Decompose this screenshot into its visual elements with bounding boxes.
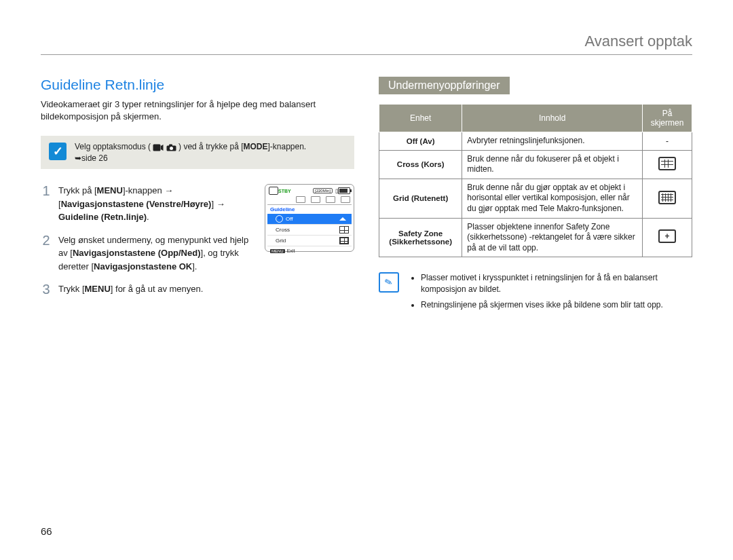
submenu-heading: Undermenyoppføringer	[379, 77, 510, 94]
option-name: Off (Av)	[379, 132, 462, 151]
battery-icon	[338, 187, 350, 194]
mini-icon	[341, 196, 350, 203]
grid-mini-icon	[339, 237, 349, 244]
table-row: Safety Zone (Sikkerhetssone) Plasser obj…	[379, 218, 692, 257]
mode-button-label: MODE	[243, 142, 267, 151]
prerequisite-note: Velg opptaksmodus ( ) ved å trykke på [M…	[41, 136, 354, 169]
left-column: Guideline Retn.linje Videokameraet gir 3…	[41, 77, 354, 315]
lcd-icons-row	[267, 196, 352, 204]
right-column: Undermenyoppføringer Enhet Innhold På sk…	[379, 77, 692, 315]
chapter-title: Avansert opptak	[41, 33, 692, 54]
step-1: 1 Trykk på [MENU]-knappen → [Navigasjons…	[41, 184, 258, 224]
radio-checked-icon	[276, 215, 283, 223]
exit-label: Exit	[287, 248, 295, 253]
note-part: ) ved å trykke på [	[178, 142, 243, 151]
manual-page: Avansert opptak Guideline Retn.linje Vid…	[0, 0, 733, 560]
t: ].	[192, 261, 197, 272]
nav-keys-label: Navigasjonstastene (Opp/Ned)	[73, 248, 201, 258]
step-number: 1	[41, 184, 52, 224]
menu-label: MENU	[97, 185, 123, 195]
page-header: Avansert opptak	[41, 33, 692, 55]
page-number: 66	[41, 525, 52, 537]
stby-label: STBY	[278, 189, 291, 193]
note-item: Retningslinjene på skjermen vises ikke p…	[421, 299, 692, 311]
pencil-note-icon: ✎	[379, 272, 399, 293]
th-unit: Enhet	[379, 105, 462, 132]
option-icon-cell: -	[643, 132, 692, 151]
t: ] for å gå ut av menyen.	[111, 284, 204, 294]
remaining-time: [220Min]	[313, 188, 333, 193]
lcd-screenshot: STBY [220Min] ▯ Guideline	[265, 184, 354, 252]
svg-point-3	[170, 147, 173, 150]
lcd-item-label: Cross	[276, 227, 290, 233]
header-rule	[41, 54, 692, 55]
step-text: Velg ønsket undermeny, og menypunkt ved …	[58, 234, 258, 274]
notes-block: ✎ Plasser motivet i krysspunktet i retni…	[379, 272, 692, 314]
nav-keys-label: Navigasjonstastene (Venstre/Høyre)	[61, 199, 212, 209]
option-name: Cross (Kors)	[379, 150, 462, 179]
note-part: Velg opptaksmodus (	[75, 142, 151, 151]
step-text: Trykk [MENU] for å gå ut av menyen.	[58, 282, 354, 296]
t: Trykk [	[58, 284, 85, 294]
th-screen: På skjermen	[643, 105, 692, 132]
two-column-layout: Guideline Retn.linje Videokameraet gir 3…	[41, 77, 692, 315]
option-desc: Plasser objektene innenfor Safety Zone (…	[462, 218, 643, 257]
lcd-exit-row: MENU Exit	[267, 246, 352, 255]
arrow-icon: →	[164, 185, 173, 195]
target-label: Guideline (Retn.linje)	[58, 212, 147, 222]
note-part: ]-knappen.	[267, 142, 306, 151]
grid-icon	[658, 191, 676, 204]
photo-mode-icon	[166, 142, 176, 153]
table-row: Grid (Rutenett) Bruk denne når du gjør o…	[379, 179, 692, 218]
option-name: Safety Zone (Sikkerhetssone)	[379, 218, 462, 257]
lcd-item-label: Off	[286, 216, 293, 222]
steps-wrap: STBY [220Min] ▯ Guideline	[41, 184, 354, 296]
nav-ok-label: Navigasjonstastene OK	[94, 261, 192, 272]
menu-label: MENU	[85, 284, 111, 294]
svg-rect-0	[153, 145, 161, 151]
cross-mini-icon	[339, 226, 349, 234]
intro-text: Videokameraet gir 3 typer retningslinjer…	[41, 98, 354, 122]
notes-list: Plasser motivet i krysspunktet i retning…	[409, 272, 692, 314]
lcd-menu-item-cross: Cross	[267, 225, 352, 236]
safety-zone-icon	[658, 229, 676, 243]
option-name: Grid (Rutenett)	[379, 179, 462, 218]
mini-icon	[326, 196, 335, 203]
step-text: Trykk på [MENU]-knappen → [Navigasjonsta…	[58, 184, 258, 224]
page-reference: ➥side 26	[75, 153, 108, 163]
step-2: 2 Velg ønsket undermeny, og menypunkt ve…	[41, 234, 258, 274]
step-3: 3 Trykk [MENU] for å gå ut av menyen.	[41, 282, 354, 296]
note-item: Plasser motivet i krysspunktet i retning…	[421, 272, 692, 295]
t: ]	[211, 199, 216, 209]
note-text: Velg opptaksmodus ( ) ved å trykke på [M…	[75, 141, 306, 164]
option-desc: Bruk denne når du fokuserer på et objekt…	[462, 150, 643, 179]
menu-badge: MENU	[270, 249, 285, 253]
lcd-item-label: Grid	[276, 238, 286, 244]
dash-icon: -	[666, 136, 669, 146]
options-table: Enhet Innhold På skjermen Off (Av) Avbry…	[379, 104, 692, 257]
record-mode-icon	[269, 187, 278, 195]
table-row: Cross (Kors) Bruk denne når du fokuserer…	[379, 150, 692, 179]
video-mode-icon	[153, 142, 164, 153]
lcd-menu-item-grid: Grid	[267, 236, 352, 246]
step-number: 2	[41, 234, 52, 274]
table-row: Off (Av) Avbryter retningslinjefunksjone…	[379, 132, 692, 151]
mini-icon	[311, 196, 320, 203]
section-title: Guideline Retn.linje	[41, 77, 354, 93]
option-desc: Avbryter retningslinjefunksjonen.	[462, 132, 643, 151]
lcd-statusbar: STBY [220Min] ▯	[267, 187, 352, 196]
t: .	[147, 212, 149, 222]
option-icon-cell	[643, 179, 692, 218]
step-number: 3	[41, 282, 52, 296]
lcd-menu-item-off: Off	[267, 214, 352, 225]
option-icon-cell	[643, 218, 692, 257]
option-desc: Bruk denne når du gjør opptak av et obje…	[462, 179, 643, 218]
checkmark-icon	[49, 143, 67, 160]
svg-rect-2	[169, 145, 172, 147]
arrow-icon: →	[217, 199, 225, 209]
scroll-up-icon	[339, 217, 346, 221]
mini-icon	[296, 196, 305, 203]
option-icon-cell	[643, 150, 692, 179]
th-content: Innhold	[462, 105, 643, 132]
lcd-menu-title: Guideline	[267, 204, 352, 214]
